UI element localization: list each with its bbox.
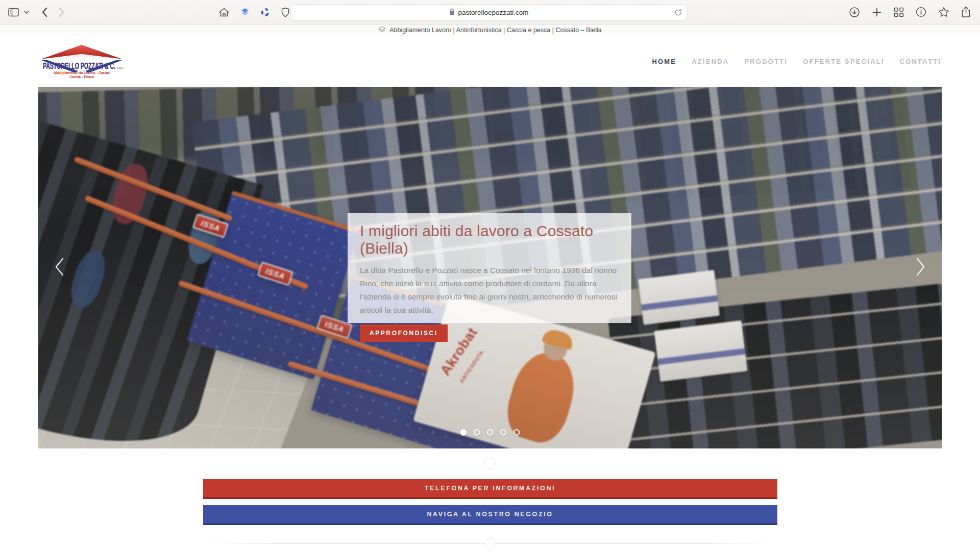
logo-suffix: s.a.s. <box>117 66 124 69</box>
carousel-dots <box>460 429 520 436</box>
logo-tagline-2: Caccia - Pesca <box>69 75 94 79</box>
favicon <box>378 26 386 35</box>
logo-tagline-1: Abbigliamento da Lavoro - Casual <box>54 71 110 75</box>
extension-swirl-icon[interactable] <box>260 7 271 17</box>
carousel-dot-1[interactable] <box>460 429 467 436</box>
main-nav: HOMEAZIENDAPRODOTTIOFFERTE SPECIALICONTA… <box>652 58 941 65</box>
logo-company-name: PASTORELLO POZZATI & C. <box>43 62 115 70</box>
nav-item-contatti[interactable]: CONTATTI <box>900 58 941 65</box>
telefona-banner-button[interactable]: TELEFONA PER INFORMAZIONI <box>203 479 777 499</box>
forward-button[interactable] <box>59 7 65 17</box>
carousel-dot-2[interactable] <box>474 429 480 436</box>
carousel-dot-4[interactable] <box>500 429 507 436</box>
tab-overview-button[interactable] <box>894 7 904 17</box>
naviga-banner-button[interactable]: NAVIGA AL NOSTRO NEGOZIO <box>203 505 777 525</box>
separator-circle <box>484 538 496 549</box>
home-button[interactable] <box>218 7 230 17</box>
section-separator <box>203 458 777 469</box>
hero-carousel: ISSA ISSA ISSA Akrobat ANTICADUTA I migl… <box>38 87 942 448</box>
nav-item-home[interactable]: HOME <box>652 58 676 65</box>
new-tab-button[interactable] <box>872 7 882 17</box>
hero-heading: I migliori abiti da lavoro a Cossato (Bi… <box>360 222 619 257</box>
carousel-dot-3[interactable] <box>487 429 494 436</box>
browser-window: pastorelloepozzati.com <box>0 0 980 551</box>
separator-circle <box>484 458 496 469</box>
back-button[interactable] <box>41 7 47 17</box>
carousel-prev-arrow[interactable] <box>54 257 65 279</box>
nav-item-azienda[interactable]: AZIENDA <box>692 58 729 65</box>
share-button[interactable] <box>961 6 971 18</box>
sidebar-toggle-icon[interactable] <box>8 8 19 17</box>
site-header: PASTORELLO POZZATI & C. s.a.s. Abbigliam… <box>0 36 980 87</box>
info-button[interactable] <box>916 7 926 17</box>
extension-layers-icon[interactable] <box>240 7 250 17</box>
site-logo[interactable]: PASTORELLO POZZATI & C. s.a.s. Abbigliam… <box>39 42 124 81</box>
section-separator-bottom <box>203 538 777 549</box>
refresh-icon[interactable] <box>674 9 682 18</box>
carousel-dot-5[interactable] <box>513 429 520 436</box>
nav-item-offerte-speciali[interactable]: OFFERTE SPECIALI <box>803 58 884 65</box>
address-bar[interactable]: pastorelloepozzati.com <box>290 4 688 21</box>
nav-item-prodotti[interactable]: PRODOTTI <box>744 58 788 65</box>
bookmark-star-button[interactable] <box>938 7 949 17</box>
url-text: pastorelloepozzati.com <box>458 9 528 16</box>
carousel-next-arrow[interactable] <box>915 257 926 279</box>
approfondisci-button[interactable]: APPROFONDISCI <box>360 324 448 342</box>
browser-toolbar: pastorelloepozzati.com <box>0 0 980 24</box>
downloads-button[interactable] <box>849 7 860 18</box>
hero-text-panel: I migliori abiti da lavoro a Cossato (Bi… <box>348 213 631 323</box>
lock-icon <box>449 8 455 17</box>
tab-title-bar: Abbigliamento Lavoro | Antinfortunistica… <box>0 24 980 36</box>
hero-description: La ditta Pastorello e Pozzati nasce a Co… <box>360 264 619 317</box>
page-title: Abbigliamento Lavoro | Antinfortunistica… <box>389 27 602 34</box>
shield-icon[interactable] <box>281 7 290 17</box>
chevron-down-icon[interactable] <box>24 11 29 14</box>
